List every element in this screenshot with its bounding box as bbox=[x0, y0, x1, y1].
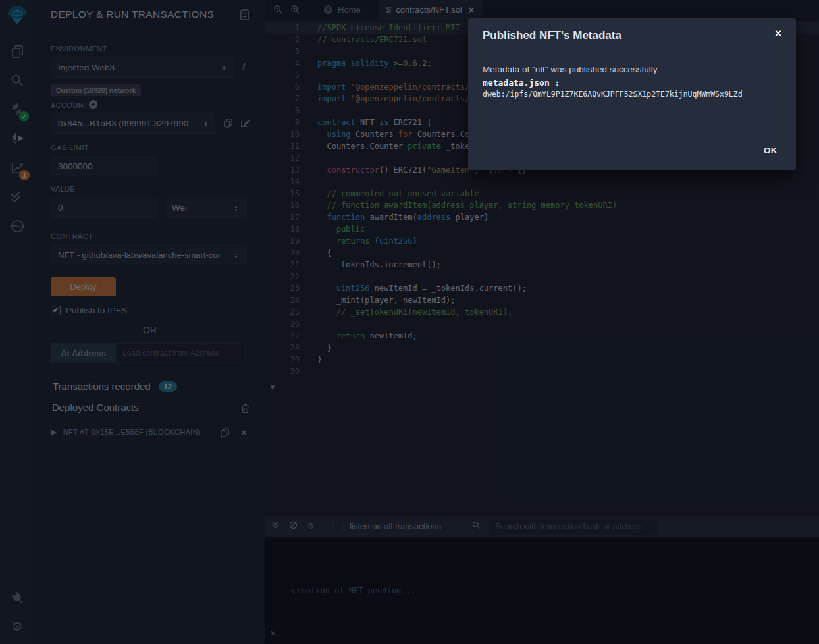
ok-button[interactable]: OK bbox=[760, 145, 781, 156]
modal-body: Metadata of "nft" was published successf… bbox=[468, 53, 796, 130]
modal-title: Published NFT's Metadata bbox=[483, 29, 775, 42]
modal-close-icon[interactable]: × bbox=[775, 28, 781, 39]
metadata-file-label: metadata.json : bbox=[483, 78, 781, 88]
modal-header: Published NFT's Metadata × bbox=[468, 18, 796, 53]
ipfs-url: dweb:/ipfs/QmYL9P1Z7KE6AQvKJPFF52SX1p2TE… bbox=[483, 90, 781, 99]
modal-footer: OK bbox=[468, 130, 796, 170]
published-metadata-modal: Published NFT's Metadata × Metadata of "… bbox=[468, 18, 796, 170]
modal-message: Metadata of "nft" was published successf… bbox=[483, 65, 781, 74]
remix-ide-screen: ✓ 1 bbox=[0, 0, 819, 644]
